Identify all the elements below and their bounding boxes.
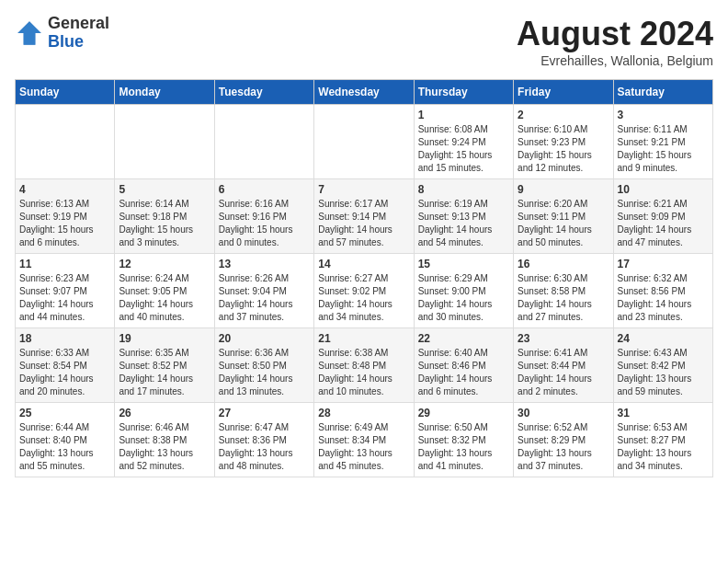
- calendar-cell: 20Sunrise: 6:36 AM Sunset: 8:50 PM Dayli…: [214, 328, 313, 403]
- day-number: 1: [418, 109, 509, 121]
- day-info: Sunrise: 6:47 AM Sunset: 8:36 PM Dayligh…: [219, 421, 310, 473]
- day-info: Sunrise: 6:17 AM Sunset: 9:14 PM Dayligh…: [318, 198, 409, 249]
- calendar-cell: 11Sunrise: 6:23 AM Sunset: 9:07 PM Dayli…: [16, 254, 115, 328]
- calendar-cell: 16Sunrise: 6:30 AM Sunset: 8:58 PM Dayli…: [514, 254, 613, 328]
- calendar-cell: 15Sunrise: 6:29 AM Sunset: 9:00 PM Dayli…: [414, 254, 513, 328]
- calendar-week-1: 1Sunrise: 6:08 AM Sunset: 9:24 PM Daylig…: [16, 105, 713, 179]
- day-number: 27: [219, 407, 310, 419]
- calendar-cell: 7Sunrise: 6:17 AM Sunset: 9:14 PM Daylig…: [314, 179, 414, 254]
- calendar-cell: 9Sunrise: 6:20 AM Sunset: 9:11 PM Daylig…: [514, 179, 613, 254]
- day-info: Sunrise: 6:14 AM Sunset: 9:18 PM Dayligh…: [119, 198, 210, 249]
- day-header-thursday: Thursday: [414, 80, 513, 105]
- day-number: 12: [119, 258, 210, 270]
- day-number: 30: [518, 407, 609, 419]
- calendar-table: SundayMondayTuesdayWednesdayThursdayFrid…: [15, 79, 713, 477]
- month-title: August 2024: [517, 15, 713, 53]
- day-info: Sunrise: 6:21 AM Sunset: 9:09 PM Dayligh…: [618, 198, 709, 249]
- day-number: 4: [19, 183, 110, 196]
- calendar-week-4: 18Sunrise: 6:33 AM Sunset: 8:54 PM Dayli…: [16, 328, 713, 403]
- calendar-cell: 29Sunrise: 6:50 AM Sunset: 8:32 PM Dayli…: [414, 403, 513, 477]
- calendar-cell: 30Sunrise: 6:52 AM Sunset: 8:29 PM Dayli…: [514, 403, 613, 477]
- day-number: 11: [19, 258, 110, 270]
- calendar-cell: 27Sunrise: 6:47 AM Sunset: 8:36 PM Dayli…: [214, 403, 313, 477]
- day-number: 6: [219, 183, 310, 196]
- day-header-friday: Friday: [514, 80, 613, 105]
- calendar-cell: 12Sunrise: 6:24 AM Sunset: 9:05 PM Dayli…: [115, 254, 214, 328]
- calendar-cell: 2Sunrise: 6:10 AM Sunset: 9:23 PM Daylig…: [514, 105, 613, 179]
- calendar-cell: 8Sunrise: 6:19 AM Sunset: 9:13 PM Daylig…: [414, 179, 513, 254]
- day-number: 15: [418, 258, 509, 270]
- day-number: 7: [318, 183, 409, 196]
- day-info: Sunrise: 6:24 AM Sunset: 9:05 PM Dayligh…: [119, 272, 210, 324]
- calendar-cell: 24Sunrise: 6:43 AM Sunset: 8:42 PM Dayli…: [613, 328, 712, 403]
- day-info: Sunrise: 6:20 AM Sunset: 9:11 PM Dayligh…: [518, 198, 609, 249]
- day-header-monday: Monday: [115, 80, 214, 105]
- day-number: 5: [119, 183, 210, 196]
- day-number: 3: [618, 109, 709, 121]
- calendar-cell: [16, 105, 115, 179]
- calendar-cell: 6Sunrise: 6:16 AM Sunset: 9:16 PM Daylig…: [214, 179, 313, 254]
- calendar-cell: 22Sunrise: 6:40 AM Sunset: 8:46 PM Dayli…: [414, 328, 513, 403]
- calendar-cell: [214, 105, 313, 179]
- day-info: Sunrise: 6:52 AM Sunset: 8:29 PM Dayligh…: [518, 421, 609, 473]
- day-number: 10: [618, 183, 709, 196]
- logo-text: General Blue: [48, 15, 109, 52]
- day-info: Sunrise: 6:11 AM Sunset: 9:21 PM Dayligh…: [618, 123, 709, 175]
- day-info: Sunrise: 6:35 AM Sunset: 8:52 PM Dayligh…: [119, 347, 210, 398]
- calendar-cell: 21Sunrise: 6:38 AM Sunset: 8:48 PM Dayli…: [314, 328, 414, 403]
- calendar-cell: 31Sunrise: 6:53 AM Sunset: 8:27 PM Dayli…: [613, 403, 712, 477]
- day-info: Sunrise: 6:33 AM Sunset: 8:54 PM Dayligh…: [19, 347, 110, 398]
- day-header-sunday: Sunday: [16, 80, 115, 105]
- day-info: Sunrise: 6:41 AM Sunset: 8:44 PM Dayligh…: [518, 347, 609, 398]
- logo: General Blue: [15, 15, 109, 52]
- calendar-cell: [314, 105, 414, 179]
- day-header-saturday: Saturday: [613, 80, 712, 105]
- calendar-cell: 5Sunrise: 6:14 AM Sunset: 9:18 PM Daylig…: [115, 179, 214, 254]
- day-number: 28: [318, 407, 409, 419]
- day-info: Sunrise: 6:50 AM Sunset: 8:32 PM Dayligh…: [418, 421, 509, 473]
- day-number: 21: [318, 332, 409, 345]
- calendar-cell: 4Sunrise: 6:13 AM Sunset: 9:19 PM Daylig…: [16, 179, 115, 254]
- calendar-cell: [115, 105, 214, 179]
- day-info: Sunrise: 6:36 AM Sunset: 8:50 PM Dayligh…: [219, 347, 310, 398]
- day-number: 13: [219, 258, 310, 270]
- day-number: 14: [318, 258, 409, 270]
- day-number: 23: [518, 332, 609, 345]
- day-info: Sunrise: 6:46 AM Sunset: 8:38 PM Dayligh…: [119, 421, 210, 473]
- day-info: Sunrise: 6:10 AM Sunset: 9:23 PM Dayligh…: [518, 123, 609, 175]
- day-number: 20: [219, 332, 310, 345]
- day-number: 19: [119, 332, 210, 345]
- day-info: Sunrise: 6:08 AM Sunset: 9:24 PM Dayligh…: [418, 123, 509, 175]
- calendar-cell: 1Sunrise: 6:08 AM Sunset: 9:24 PM Daylig…: [414, 105, 513, 179]
- day-info: Sunrise: 6:19 AM Sunset: 9:13 PM Dayligh…: [418, 198, 509, 249]
- calendar-cell: 10Sunrise: 6:21 AM Sunset: 9:09 PM Dayli…: [613, 179, 712, 254]
- day-info: Sunrise: 6:16 AM Sunset: 9:16 PM Dayligh…: [219, 198, 310, 249]
- day-number: 26: [119, 407, 210, 419]
- calendar-cell: 17Sunrise: 6:32 AM Sunset: 8:56 PM Dayli…: [613, 254, 712, 328]
- calendar-cell: 25Sunrise: 6:44 AM Sunset: 8:40 PM Dayli…: [16, 403, 115, 477]
- day-info: Sunrise: 6:13 AM Sunset: 9:19 PM Dayligh…: [19, 198, 110, 249]
- calendar-cell: 23Sunrise: 6:41 AM Sunset: 8:44 PM Dayli…: [514, 328, 613, 403]
- day-info: Sunrise: 6:29 AM Sunset: 9:00 PM Dayligh…: [418, 272, 509, 324]
- title-area: August 2024 Evrehailles, Wallonia, Belgi…: [517, 15, 713, 68]
- day-number: 16: [518, 258, 609, 270]
- day-info: Sunrise: 6:40 AM Sunset: 8:46 PM Dayligh…: [418, 347, 509, 398]
- calendar-cell: 26Sunrise: 6:46 AM Sunset: 8:38 PM Dayli…: [115, 403, 214, 477]
- calendar-cell: 19Sunrise: 6:35 AM Sunset: 8:52 PM Dayli…: [115, 328, 214, 403]
- day-info: Sunrise: 6:32 AM Sunset: 8:56 PM Dayligh…: [618, 272, 709, 324]
- header: General Blue August 2024 Evrehailles, Wa…: [15, 15, 713, 68]
- day-info: Sunrise: 6:26 AM Sunset: 9:04 PM Dayligh…: [219, 272, 310, 324]
- calendar-cell: 3Sunrise: 6:11 AM Sunset: 9:21 PM Daylig…: [613, 105, 712, 179]
- calendar-week-3: 11Sunrise: 6:23 AM Sunset: 9:07 PM Dayli…: [16, 254, 713, 328]
- day-info: Sunrise: 6:27 AM Sunset: 9:02 PM Dayligh…: [318, 272, 409, 324]
- calendar-cell: 18Sunrise: 6:33 AM Sunset: 8:54 PM Dayli…: [16, 328, 115, 403]
- day-info: Sunrise: 6:30 AM Sunset: 8:58 PM Dayligh…: [518, 272, 609, 324]
- day-info: Sunrise: 6:38 AM Sunset: 8:48 PM Dayligh…: [318, 347, 409, 398]
- day-number: 2: [518, 109, 609, 121]
- day-info: Sunrise: 6:43 AM Sunset: 8:42 PM Dayligh…: [618, 347, 709, 398]
- day-number: 24: [618, 332, 709, 345]
- calendar-header-row: SundayMondayTuesdayWednesdayThursdayFrid…: [16, 80, 713, 105]
- day-number: 25: [19, 407, 110, 419]
- day-header-wednesday: Wednesday: [314, 80, 414, 105]
- day-number: 18: [19, 332, 110, 345]
